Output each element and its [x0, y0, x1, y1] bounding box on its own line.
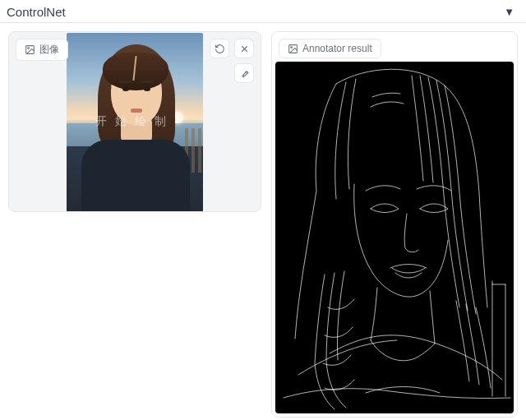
chevron-down-icon[interactable]: ▼ — [504, 6, 514, 18]
brush-button[interactable] — [234, 63, 254, 83]
image-icon — [25, 44, 35, 55]
image-icon — [288, 44, 298, 54]
close-icon — [239, 44, 250, 54]
input-panel-label-text: 图像 — [39, 43, 59, 57]
annotator-result-panel: Annotator result — [271, 31, 518, 418]
section-title: ControlNet — [7, 5, 66, 19]
svg-point-1 — [28, 48, 30, 49]
input-image-panel[interactable]: 图像 — [8, 31, 261, 212]
output-panel-label-text: Annotator result — [302, 43, 372, 54]
undo-icon — [215, 44, 225, 54]
brush-icon — [239, 68, 250, 79]
image-toolbar — [210, 39, 254, 83]
input-panel-label: 图像 — [16, 39, 68, 61]
svg-point-3 — [291, 46, 293, 48]
annotator-output-image[interactable] — [275, 62, 514, 413]
section-header[interactable]: ControlNet ▼ — [0, 0, 526, 23]
output-panel-label: Annotator result — [279, 39, 381, 58]
undo-button[interactable] — [210, 39, 229, 58]
main-content: 图像 — [0, 23, 526, 420]
clear-button[interactable] — [234, 39, 254, 58]
portrait-image — [67, 33, 203, 212]
